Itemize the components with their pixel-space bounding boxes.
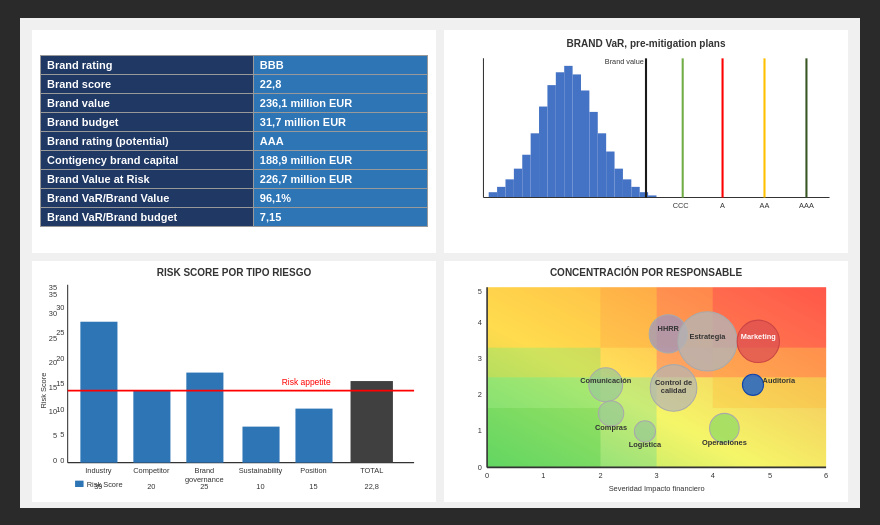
svg-text:15: 15 — [56, 380, 64, 389]
svg-text:Sustainability: Sustainability — [239, 466, 283, 475]
svg-text:6: 6 — [824, 471, 828, 480]
svg-text:A: A — [720, 201, 725, 210]
svg-text:Risk appetite: Risk appetite — [282, 378, 331, 388]
svg-text:22,8: 22,8 — [365, 482, 379, 491]
brand-metric-label: Brand score — [41, 75, 254, 94]
brand-metric-label: Brand rating (potential) — [41, 132, 254, 151]
svg-rect-6 — [531, 133, 539, 197]
svg-text:Competitor: Competitor — [133, 466, 170, 475]
brand-metric-label: Brand value — [41, 94, 254, 113]
svg-rect-48 — [295, 409, 332, 463]
svg-rect-18 — [631, 186, 639, 197]
svg-text:5: 5 — [478, 287, 482, 296]
brand-metric-value: AAA — [253, 132, 427, 151]
svg-rect-49 — [351, 381, 393, 463]
svg-text:Severidad Impacto financiero: Severidad Impacto financiero — [609, 484, 705, 493]
risk-score-title: RISK SCORE POR TIPO RIESGO — [38, 267, 430, 278]
svg-text:5: 5 — [53, 432, 57, 441]
svg-text:5: 5 — [60, 430, 64, 439]
svg-rect-9 — [556, 72, 564, 197]
svg-text:CCC: CCC — [673, 201, 690, 210]
svg-rect-7 — [539, 106, 547, 197]
svg-rect-44 — [80, 322, 117, 463]
svg-text:TOTAL: TOTAL — [360, 466, 383, 475]
svg-rect-82 — [487, 408, 600, 467]
brand-metric-value: 188,9 million EUR — [253, 151, 427, 170]
concentracion-chart: 0 1 2 3 4 5 0 1 2 3 4 5 6 Severidad Impa… — [450, 280, 842, 496]
risk-chart-area: Risk Score 0 5 10 15 20 25 30 35 — [38, 280, 430, 496]
brand-metric-value: 96,1% — [253, 189, 427, 208]
svg-text:20: 20 — [56, 354, 64, 363]
svg-text:2: 2 — [598, 471, 602, 480]
svg-text:Estrategia: Estrategia — [690, 332, 727, 341]
svg-text:AA: AA — [760, 201, 770, 210]
svg-text:Position: Position — [300, 466, 326, 475]
svg-rect-16 — [615, 168, 623, 197]
svg-text:Risk Score: Risk Score — [87, 480, 123, 489]
svg-text:10: 10 — [256, 482, 264, 491]
svg-rect-12 — [581, 90, 589, 197]
brand-metric-value: 31,7 million EUR — [253, 113, 427, 132]
svg-text:15: 15 — [49, 383, 57, 392]
svg-point-115 — [598, 401, 623, 426]
svg-text:0: 0 — [478, 463, 482, 472]
svg-rect-11 — [573, 74, 581, 197]
svg-point-104 — [678, 312, 737, 371]
svg-text:HHRR: HHRR — [658, 324, 680, 333]
svg-text:4: 4 — [478, 319, 482, 328]
brand-metric-label: Brand VaR/Brand Value — [41, 189, 254, 208]
brand-var-title: BRAND VaR, pre-mitigation plans — [452, 38, 840, 49]
risk-score-section: RISK SCORE POR TIPO RIESGO Risk Score 0 … — [32, 261, 436, 502]
svg-rect-8 — [547, 85, 555, 197]
svg-rect-15 — [606, 151, 614, 197]
svg-text:35: 35 — [49, 291, 57, 300]
svg-text:0: 0 — [60, 456, 64, 465]
brand-metrics-table: Brand ratingBBBBrand score22,8Brand valu… — [40, 55, 428, 227]
brand-metric-value: 22,8 — [253, 75, 427, 94]
svg-text:Brand value: Brand value — [605, 56, 644, 65]
svg-rect-1 — [489, 192, 497, 197]
svg-rect-46 — [186, 373, 223, 463]
svg-rect-13 — [589, 111, 597, 197]
brand-var-chart: Brand value CCC A AA AAA — [452, 53, 840, 246]
brand-metric-label: Contigency brand capital — [41, 151, 254, 170]
svg-text:3: 3 — [655, 471, 659, 480]
svg-rect-10 — [564, 65, 572, 197]
svg-text:0: 0 — [485, 471, 489, 480]
svg-text:1: 1 — [478, 427, 482, 436]
svg-text:Compras: Compras — [595, 424, 627, 433]
brand-var-section: BRAND VaR, pre-mitigation plans — [444, 30, 848, 254]
brand-metric-label: Brand budget — [41, 113, 254, 132]
svg-text:15: 15 — [309, 482, 317, 491]
concentracion-svg: 0 1 2 3 4 5 0 1 2 3 4 5 6 Severidad Impa… — [450, 280, 842, 496]
svg-text:1: 1 — [541, 471, 545, 480]
svg-text:Industry: Industry — [85, 466, 112, 475]
svg-rect-65 — [75, 481, 83, 487]
svg-text:5: 5 — [768, 471, 772, 480]
brand-metric-label: Brand VaR/Brand budget — [41, 208, 254, 227]
svg-text:calidad: calidad — [661, 386, 687, 395]
svg-text:20: 20 — [49, 358, 57, 367]
svg-text:Marketing: Marketing — [741, 332, 776, 341]
brand-table-section: Brand ratingBBBBrand score22,8Brand valu… — [32, 30, 436, 254]
brand-metric-value: 236,1 million EUR — [253, 94, 427, 113]
svg-rect-4 — [514, 168, 522, 197]
risk-score-svg: Risk Score 0 5 10 15 20 25 30 35 — [38, 280, 430, 496]
svg-text:Logística: Logística — [629, 441, 662, 450]
svg-text:25: 25 — [49, 334, 57, 343]
svg-rect-80 — [487, 288, 600, 348]
svg-text:2: 2 — [478, 391, 482, 400]
svg-text:4: 4 — [711, 471, 715, 480]
svg-text:Operaciones: Operaciones — [702, 438, 747, 447]
brand-metric-value: 226,7 million EUR — [253, 170, 427, 189]
svg-text:20: 20 — [147, 482, 155, 491]
svg-text:Auditoría: Auditoría — [763, 376, 796, 385]
svg-text:3: 3 — [478, 355, 482, 364]
svg-point-106 — [737, 320, 779, 362]
svg-rect-47 — [242, 427, 279, 463]
main-container: Brand ratingBBBBrand score22,8Brand valu… — [20, 18, 860, 508]
svg-text:10: 10 — [56, 405, 64, 414]
svg-text:30: 30 — [49, 310, 57, 319]
svg-rect-3 — [505, 179, 513, 197]
svg-point-117 — [634, 421, 655, 442]
